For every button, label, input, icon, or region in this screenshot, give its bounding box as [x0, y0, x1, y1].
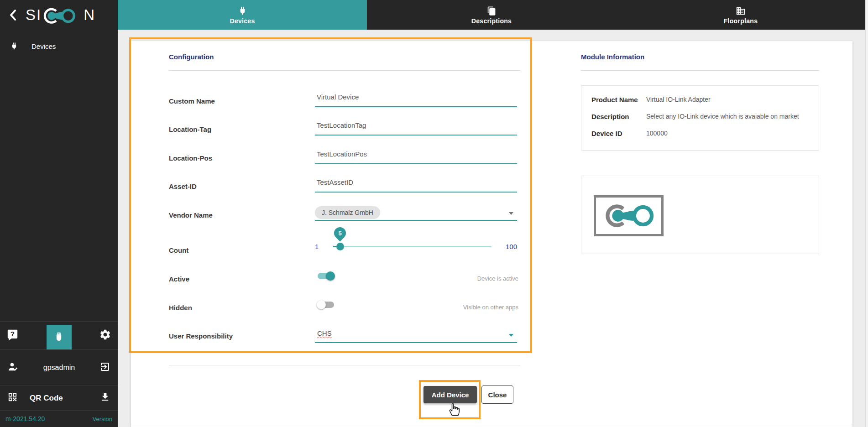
sidebar-item-devices-label: Devices [31, 42, 56, 50]
plug-icon [238, 6, 247, 16]
active-label: Active [169, 275, 189, 283]
location-pos-input[interactable] [315, 149, 517, 158]
version-value: m-2021.54.20 [5, 415, 45, 422]
buttons-divider [169, 365, 520, 365]
user-responsibility-row: User Responsibility CHS [169, 332, 520, 350]
hidden-toggle[interactable] [317, 300, 335, 309]
slider-thumb[interactable] [336, 243, 344, 250]
info-row-product-name: Product Name Virtual IO-Link Adapter [591, 96, 819, 113]
user-responsibility-select[interactable]: CHS [315, 328, 517, 343]
hidden-helper-text: Visible on other apps [463, 304, 518, 311]
close-button[interactable]: Close [481, 385, 513, 404]
count-row: Count 1 5 100 [169, 246, 520, 265]
user-responsibility-value[interactable]: CHS [315, 328, 332, 337]
module-logo-box [581, 176, 819, 254]
product-name-label: Product Name [591, 96, 646, 113]
brand-area: SI N [0, 0, 118, 30]
user-responsibility-label: User Responsibility [169, 332, 233, 340]
version-row: m-2021.54.20 Version [0, 411, 118, 427]
asset-id-input[interactable] [315, 177, 517, 186]
active-row: Active Device is active [169, 275, 520, 293]
location-pos-underline [315, 149, 517, 164]
info-row-device-id: Device ID 100000 [591, 130, 819, 146]
vendor-chip[interactable]: J. Schmalz GmbH [315, 206, 380, 219]
info-row-description: Description Select any IO-Link device wh… [591, 113, 819, 130]
add-device-button[interactable]: Add Device [424, 386, 477, 403]
location-pos-label: Location-Pos [169, 154, 212, 162]
chevron-left-icon [8, 9, 18, 21]
logout-icon [99, 361, 110, 372]
device-module-button-selected[interactable] [47, 325, 72, 349]
vendor-dropdown-arrow-icon[interactable] [509, 212, 513, 215]
tab-descriptions-label: Descriptions [471, 17, 512, 25]
sidebar-footer: ? [0, 321, 118, 427]
logout-button[interactable] [99, 361, 110, 374]
device-dialog-card: Configuration Custom Name Location-Tag L… [131, 41, 852, 427]
vendor-select[interactable]: J. Schmalz GmbH [315, 206, 517, 221]
back-button[interactable] [6, 7, 20, 23]
asset-id-underline [315, 177, 517, 193]
custom-name-underline [315, 92, 517, 107]
download-button[interactable] [100, 392, 110, 404]
qr-code-label: QR Code [30, 394, 100, 403]
count-label: Count [169, 246, 188, 254]
logo-text-suffix: N [84, 7, 95, 22]
description-value: Select any IO-Link device which is avaia… [646, 113, 799, 130]
sidebar: Devices ? [0, 30, 118, 427]
gear-icon [99, 328, 111, 341]
settings-button[interactable] [99, 328, 111, 343]
tab-descriptions[interactable]: Descriptions [367, 0, 616, 30]
qr-code-icon [7, 392, 18, 402]
slider-max-label: 100 [497, 243, 517, 250]
asset-id-row: Asset-ID [169, 182, 520, 201]
tab-devices[interactable]: Devices [118, 0, 367, 30]
slider-min-label: 1 [315, 243, 319, 250]
person-check-icon [7, 361, 19, 373]
location-tag-label: Location-Tag [169, 125, 211, 133]
toggle-knob [326, 271, 335, 281]
count-slider[interactable]: 5 [333, 246, 492, 247]
svg-text:?: ? [10, 330, 15, 338]
tab-devices-label: Devices [230, 17, 255, 25]
device-id-label: Device ID [591, 130, 646, 146]
user-account-button[interactable] [7, 361, 19, 375]
documents-icon [487, 6, 497, 16]
product-name-value: Virtual IO-Link Adapter [646, 96, 711, 113]
custom-name-input[interactable] [315, 92, 517, 101]
tab-floorplans[interactable]: Floorplans [616, 0, 865, 30]
scrollbar-track[interactable] [865, 0, 868, 427]
qr-row: QR Code [0, 386, 118, 411]
qr-code-button[interactable] [7, 392, 18, 404]
logo-link-icon [42, 4, 84, 26]
sidebar-icons-row: ? [0, 321, 118, 350]
location-tag-input[interactable] [315, 120, 517, 129]
location-tag-underline [315, 120, 517, 135]
configuration-heading: Configuration [169, 53, 214, 61]
building-icon [736, 6, 746, 16]
hidden-label: Hidden [169, 304, 192, 312]
sicon-logo: SI N [26, 4, 95, 26]
vendor-name-label: Vendor Name [169, 211, 213, 219]
help-icon: ? [6, 328, 19, 341]
module-information-divider [581, 70, 819, 71]
device-id-value: 100000 [646, 130, 668, 146]
help-button[interactable]: ? [6, 328, 19, 343]
vendor-logo [594, 195, 664, 236]
card-bottom-divider [131, 424, 852, 424]
module-info-box: Product Name Virtual IO-Link Adapter Des… [581, 85, 819, 151]
plug-icon [10, 42, 18, 51]
custom-name-label: Custom Name [169, 97, 215, 105]
hidden-row: Hidden Visible on other apps [169, 304, 520, 322]
toggle-knob [317, 300, 326, 309]
active-toggle[interactable] [317, 271, 335, 281]
sidebar-item-devices[interactable]: Devices [0, 30, 118, 51]
user-row: gpsadmin [0, 350, 118, 386]
active-helper-text: Device is active [477, 275, 518, 282]
version-label: Version [93, 416, 112, 422]
top-bar: SI N Devices Descriptions [0, 0, 865, 30]
co-link-logo-icon [601, 201, 657, 231]
custom-name-row: Custom Name [169, 97, 520, 115]
location-tag-row: Location-Tag [169, 125, 520, 144]
user-responsibility-dropdown-arrow-icon[interactable] [509, 334, 513, 337]
tab-floorplans-label: Floorplans [724, 17, 758, 25]
